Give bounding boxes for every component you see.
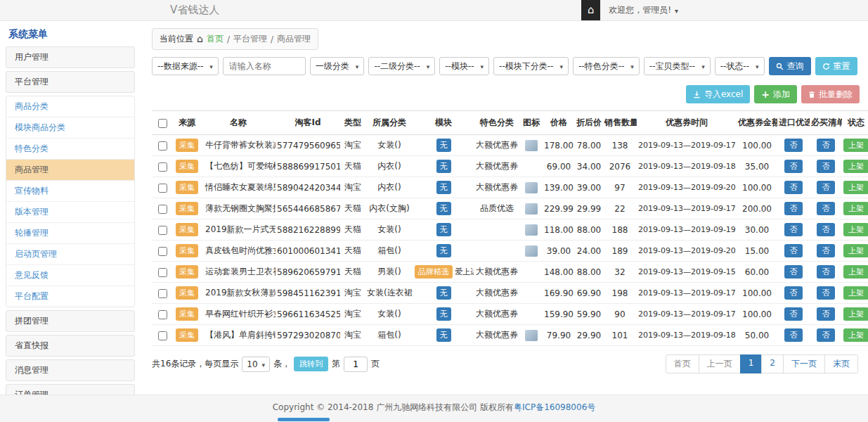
row-checkbox[interactable] — [158, 289, 167, 298]
reset-button[interactable]: 重置 — [815, 57, 857, 75]
page-size-select[interactable]: 10 — [242, 357, 270, 372]
status-button[interactable]: 上架 — [843, 181, 868, 194]
import-select-toggle[interactable]: 否 — [784, 265, 803, 279]
row-checkbox[interactable] — [158, 331, 167, 340]
page-button[interactable]: 下一页 — [783, 354, 825, 373]
filter-status-select[interactable]: --状态-- — [715, 57, 765, 75]
filter-level1-category-select[interactable]: 一级分类 — [310, 57, 365, 75]
import-select-toggle[interactable]: 否 — [784, 223, 803, 236]
must-buy-toggle[interactable]: 否 — [817, 265, 835, 279]
page-button[interactable]: 末页 — [824, 354, 858, 373]
import-select-toggle[interactable]: 否 — [784, 139, 803, 152]
status-button[interactable]: 上架 — [843, 328, 868, 342]
filter-level2-category-select[interactable]: --二级分类-- — [368, 57, 435, 75]
filter-module-subcategory-select[interactable]: --模块下分类-- — [493, 57, 569, 75]
row-checkbox[interactable] — [158, 226, 167, 235]
status-button[interactable]: 上架 — [843, 286, 868, 300]
sidebar-item[interactable]: 启动页管理 — [6, 244, 134, 265]
row-checkbox[interactable] — [158, 205, 167, 214]
jump-button[interactable]: 跳转到 — [294, 357, 328, 371]
sidebar-item[interactable]: 版本管理 — [6, 202, 134, 223]
sidebar-item-active[interactable]: 商品管理 — [6, 160, 134, 181]
copyright-text: Copyright © 2014-2018 广州九驰网络科技有限公司 版权所有 — [273, 402, 514, 412]
import-select-toggle[interactable]: 否 — [784, 328, 803, 342]
import-select-toggle[interactable]: 否 — [784, 286, 803, 300]
coupon-amount-cell: 30.00 — [737, 219, 777, 241]
must-buy-toggle[interactable]: 否 — [817, 244, 835, 257]
sidebar-menu: 用户管理平台管理商品分类模块商品分类特色分类商品管理宣传物料版本管理轮播管理启动… — [6, 46, 135, 395]
filter-name-input[interactable] — [223, 57, 306, 75]
batch-delete-button[interactable]: 批量删除 — [801, 85, 860, 103]
must-buy-toggle[interactable]: 否 — [817, 223, 835, 236]
must-buy-toggle[interactable]: 否 — [817, 139, 835, 152]
filter-data-source-select[interactable]: --数据来源-- — [152, 57, 219, 75]
status-button[interactable]: 上架 — [843, 139, 868, 152]
row-checkbox[interactable] — [158, 141, 167, 151]
must-buy-toggle[interactable]: 否 — [817, 307, 835, 321]
sidebar-item[interactable]: 平台配置 — [6, 286, 134, 307]
row-checkbox[interactable] — [158, 184, 167, 193]
price-cell: 148.00 — [543, 262, 575, 283]
add-button[interactable]: 添加 — [754, 85, 797, 103]
import-select-toggle[interactable]: 否 — [784, 244, 803, 257]
must-buy-toggle[interactable]: 否 — [817, 181, 835, 194]
select-all-checkbox[interactable] — [158, 119, 167, 128]
sidebar-item[interactable]: 特色分类 — [6, 139, 134, 160]
jump-page-input[interactable] — [344, 357, 368, 372]
import-select-toggle[interactable]: 否 — [784, 160, 803, 173]
import-select-toggle[interactable]: 否 — [784, 307, 803, 321]
filter-module-select[interactable]: --模块-- — [439, 57, 489, 75]
sidebar-item[interactable]: 意见反馈 — [6, 265, 134, 286]
sidebar-item[interactable]: 平台管理 — [6, 71, 135, 93]
filter-item-type-select[interactable]: --宝贝类型-- — [644, 57, 711, 75]
table-row: 采集薄款无钢圈文胸聚拢性...565446685867天猫内衣(文胸)无品质优选… — [152, 198, 868, 219]
row-checkbox[interactable] — [158, 310, 167, 319]
icp-link[interactable]: 粤ICP备16098006号 — [514, 402, 595, 412]
must-buy-toggle[interactable]: 否 — [817, 160, 835, 173]
checkbox-cell — [152, 283, 173, 304]
home-button[interactable] — [581, 0, 600, 20]
horizontal-scrollbar-thumb[interactable] — [278, 418, 330, 421]
row-checkbox[interactable] — [158, 268, 167, 277]
source-cell: 采集 — [173, 304, 201, 325]
user-menu[interactable]: 欢迎您，管理员! — [600, 0, 687, 20]
icon-cell — [520, 219, 543, 241]
sidebar-item[interactable]: 消息管理 — [6, 359, 135, 381]
import-select-toggle[interactable]: 否 — [784, 181, 803, 194]
page-button[interactable]: 1 — [740, 354, 763, 373]
page-button[interactable]: 首页 — [666, 354, 699, 373]
import-excel-button[interactable]: 导入excel — [686, 85, 750, 103]
filter-feature-category-select[interactable]: --特色分类-- — [573, 57, 640, 75]
must-buy-toggle[interactable]: 否 — [817, 286, 835, 300]
sidebar-item[interactable]: 用户管理 — [6, 46, 135, 68]
status-button[interactable]: 上架 — [843, 160, 868, 173]
status-button[interactable]: 上架 — [843, 223, 868, 236]
breadcrumb-item-products: 商品管理 — [277, 33, 311, 45]
status-button[interactable]: 上架 — [843, 265, 868, 279]
sidebar-item[interactable]: 宣传物料 — [6, 181, 134, 202]
status-button[interactable]: 上架 — [843, 202, 868, 215]
must-buy-toggle[interactable]: 否 — [817, 202, 835, 215]
source-badge: 采集 — [176, 328, 198, 342]
sidebar-item[interactable]: 轮播管理 — [6, 223, 134, 244]
page-button[interactable]: 2 — [761, 354, 784, 373]
row-checkbox[interactable] — [158, 247, 167, 256]
must-buy-toggle[interactable]: 否 — [817, 328, 835, 342]
sidebar-item[interactable]: 商品分类 — [6, 96, 134, 117]
batch-delete-label: 批量删除 — [819, 89, 853, 101]
row-checkbox[interactable] — [158, 162, 167, 172]
column-header: 价格 — [543, 111, 575, 135]
import-select-toggle[interactable]: 否 — [784, 202, 803, 215]
breadcrumb-home-link[interactable]: 首页 — [207, 33, 224, 45]
breadcrumb-item-platform: 平台管理 — [233, 33, 267, 45]
sidebar-item[interactable]: 订单管理 — [6, 384, 135, 395]
page-button[interactable]: 上一页 — [699, 354, 741, 373]
import-select-cell: 否 — [777, 177, 810, 198]
status-button[interactable]: 上架 — [843, 307, 868, 321]
sidebar-item[interactable]: 拼团管理 — [6, 310, 135, 332]
sidebar-item[interactable]: 省直快报 — [6, 335, 135, 357]
search-button[interactable]: 查询 — [769, 57, 811, 75]
sidebar-item[interactable]: 模块商品分类 — [6, 117, 134, 139]
module-cell: 无 — [413, 325, 474, 346]
status-button[interactable]: 上架 — [843, 244, 868, 257]
